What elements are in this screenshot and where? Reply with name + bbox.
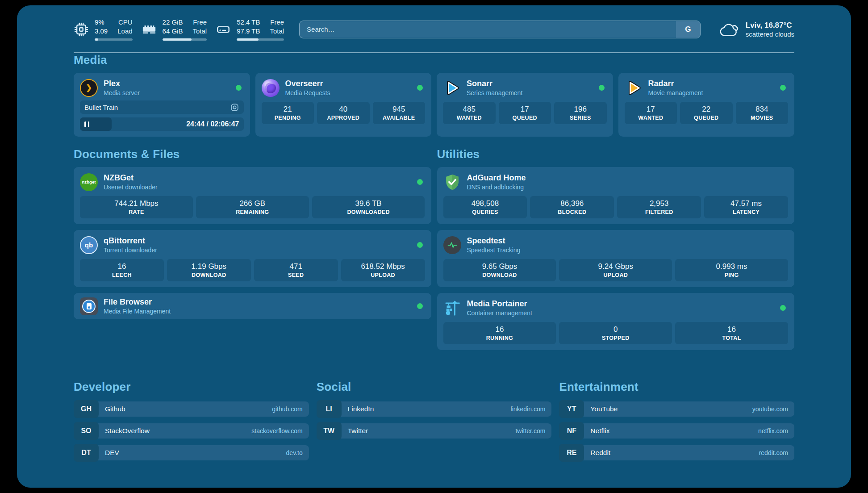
now-playing-row: Bullet Train — [80, 100, 244, 114]
service-card-sonarr[interactable]: Sonarr Series management 485WANTED 17QUE… — [437, 73, 613, 137]
stat-tile: 266 GBREMAINING — [196, 196, 309, 218]
bookmark-youtube[interactable]: YT YouTubeyoutube.com — [559, 400, 794, 418]
service-card-filebrowser[interactable]: File Browser Media File Management — [74, 293, 431, 319]
stat-tile: 9.24 GbpsUPLOAD — [559, 259, 672, 281]
pause-icon[interactable] — [84, 121, 89, 127]
stat-tile: 16LEECH — [80, 259, 164, 281]
service-card-adguard[interactable]: AdGuard Home DNS and adblocking 498,508Q… — [437, 167, 795, 224]
speedtest-icon — [443, 236, 461, 254]
bookmark-url: github.com — [272, 405, 302, 413]
service-subtitle: Torrent downloader — [104, 246, 157, 254]
section-title-media: Media — [74, 53, 794, 67]
bookmark-abbr: YT — [559, 400, 584, 418]
media-card-grid: ❯ Plex Media server Bullet Train 24:44 /… — [74, 73, 794, 137]
bookmark-name: LinkedIn — [348, 405, 374, 413]
bookmark-group-social: Social LI LinkedInlinkedin.com TW Twitte… — [317, 380, 552, 462]
filebrowser-icon — [80, 297, 98, 315]
qbittorrent-icon: qb — [80, 236, 98, 254]
service-card-portainer[interactable]: Media Portainer Container management 16R… — [437, 293, 795, 350]
bookmark-url: reddit.com — [759, 449, 788, 456]
service-title: qBittorrent — [104, 236, 157, 246]
stat-tile: 834MOVIES — [736, 102, 789, 124]
bookmark-url: dev.to — [286, 449, 303, 456]
bookmark-dev[interactable]: DT DEVdev.to — [74, 444, 309, 462]
disk-values: 52.4 TB97.9 TB — [237, 18, 260, 36]
bookmark-stackoverflow[interactable]: SO StackOverflowstackoverflow.com — [74, 422, 309, 440]
stat-tile: 2,953FILTERED — [617, 196, 701, 218]
bookmark-abbr: SO — [74, 422, 99, 440]
search-input[interactable] — [299, 21, 701, 38]
service-card-radarr[interactable]: Radarr Movie management 17WANTED 22QUEUE… — [618, 73, 795, 137]
service-subtitle: Movie management — [648, 89, 703, 97]
bookmark-url: linkedin.com — [511, 405, 546, 413]
bookmark-name: DEV — [105, 449, 119, 457]
bookmark-group-title: Social — [317, 380, 552, 394]
overseerr-icon — [262, 79, 280, 97]
status-dot-online — [599, 85, 605, 91]
service-title: NZBGet — [104, 173, 158, 183]
radarr-icon — [625, 79, 643, 97]
memory-usage-bar — [163, 38, 207, 41]
dashboard: 9%3.09 CPULoad — [17, 5, 851, 488]
now-playing-title: Bullet Train — [84, 104, 118, 111]
bookmark-url: twitter.com — [515, 427, 545, 435]
service-card-nzbget[interactable]: nzbget NZBGet Usenet downloader 744.21 M… — [74, 167, 431, 224]
status-dot-online — [417, 242, 423, 248]
weather-location: Lviv, 16.87°C — [746, 21, 794, 30]
service-title: Media Portainer — [467, 299, 532, 309]
disk-stat: 52.4 TB97.9 TB FreeTotal — [216, 18, 284, 41]
stat-tile: 86,396BLOCKED — [530, 196, 614, 218]
stat-tile: 485WANTED — [443, 102, 496, 124]
service-card-speedtest[interactable]: Speedtest Speedtest Tracking 9.65 GbpsDO… — [437, 230, 795, 287]
search-engine-button[interactable]: G — [676, 21, 700, 38]
documents-column: Documents & Files nzbget NZBGet Usenet d… — [74, 147, 431, 356]
service-subtitle: Media server — [104, 89, 140, 97]
bookmark-linkedin[interactable]: LI LinkedInlinkedin.com — [317, 400, 552, 418]
stat-tile: 9.65 GbpsDOWNLOAD — [443, 259, 556, 281]
section-title-documents: Documents & Files — [74, 147, 431, 161]
memory-labels: FreeTotal — [192, 18, 207, 36]
bookmark-url: youtube.com — [752, 405, 788, 413]
bookmark-abbr: TW — [317, 422, 342, 440]
stat-tile: 22QUEUED — [680, 102, 733, 124]
bookmark-abbr: DT — [74, 444, 99, 462]
system-stats: 9%3.09 CPULoad — [74, 18, 284, 41]
stat-tile: 744.21 MbpsRATE — [80, 196, 193, 218]
bookmark-abbr: NF — [559, 422, 584, 440]
weather-condition: scattered clouds — [746, 30, 794, 38]
bookmark-abbr: LI — [317, 400, 342, 418]
status-dot-online — [780, 305, 786, 311]
bookmark-abbr: RE — [559, 444, 584, 462]
stat-tile: 21PENDING — [262, 102, 314, 124]
bookmark-github[interactable]: GH Githubgithub.com — [74, 400, 309, 418]
bookmark-name: Netflix — [590, 427, 609, 435]
service-subtitle: Container management — [467, 309, 532, 317]
status-dot-online — [417, 303, 423, 309]
gear-icon[interactable] — [230, 103, 239, 112]
bookmark-netflix[interactable]: NF Netflixnetflix.com — [559, 422, 794, 440]
status-dot-online — [417, 179, 423, 185]
section-title-utilities: Utilities — [437, 147, 795, 161]
service-card-plex[interactable]: ❯ Plex Media server Bullet Train 24:44 /… — [74, 73, 250, 137]
stat-tile: 17WANTED — [625, 102, 677, 124]
service-subtitle: Speedtest Tracking — [467, 246, 521, 254]
service-title: Radarr — [648, 79, 703, 88]
bookmark-twitter[interactable]: TW Twittertwitter.com — [317, 422, 552, 440]
service-title: File Browser — [104, 297, 171, 307]
search-box: G — [299, 21, 701, 38]
stat-tile: 196SERIES — [554, 102, 607, 124]
service-subtitle: Media File Management — [104, 307, 171, 315]
service-card-qbittorrent[interactable]: qb qBittorrent Torrent downloader 16LEEC… — [74, 230, 431, 287]
service-title: AdGuard Home — [467, 173, 526, 183]
utilities-column: Utilities AdGuard Home DNS and adblockin… — [437, 147, 795, 356]
stat-tile: 39.6 TBDOWNLOADED — [312, 196, 425, 218]
cpu-stat: 9%3.09 CPULoad — [74, 18, 133, 41]
disk-usage-bar — [237, 38, 284, 41]
service-card-overseerr[interactable]: Overseerr Media Requests 21PENDING 40APP… — [255, 73, 432, 137]
stat-tile: 16TOTAL — [675, 322, 788, 344]
stat-tile: 0STOPPED — [559, 322, 672, 344]
bookmark-reddit[interactable]: RE Redditreddit.com — [559, 444, 794, 462]
status-dot-online — [780, 85, 786, 91]
memory-icon — [142, 22, 157, 37]
weather-widget[interactable]: Lviv, 16.87°C scattered clouds — [719, 21, 794, 38]
